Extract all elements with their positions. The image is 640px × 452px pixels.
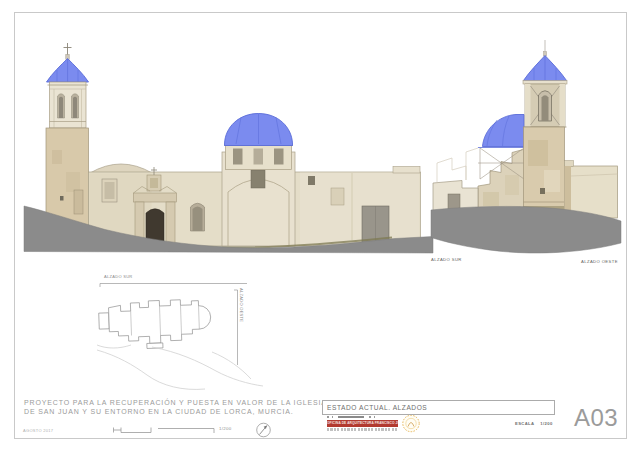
drawing-title: ESTADO ACTUAL. ALZADOS — [323, 404, 427, 411]
sheet-number: A03 — [570, 405, 622, 430]
college-seal-stamp — [403, 413, 419, 432]
site-contour-lines — [97, 345, 263, 389]
north-arrow-icon — [257, 423, 271, 437]
key-plan-south-label: ALZADO SUR — [104, 274, 133, 279]
west-elevation-label: ALZADO OESTE — [581, 259, 618, 264]
west-elevation-drawing — [431, 40, 621, 253]
drawing-sheet: ALZADO SUR ALZADO OESTE ALZADO SUR ALZAD… — [0, 0, 640, 452]
project-title-line-1: PROYECTO PARA LA RECUPERACIÓN Y PUESTA E… — [24, 399, 327, 406]
project-title-line-2: DE SAN JUAN Y SU ENTORNO EN LA CIUDAD DE… — [24, 408, 294, 415]
scale-note: ESCALA 1/200 — [515, 421, 553, 426]
elevation-drawings-canvas — [0, 0, 640, 452]
south-elevation-drawing — [24, 43, 433, 253]
west-bell-tower — [523, 40, 567, 220]
stamp-marks-row — [327, 415, 398, 419]
scale-bar — [114, 428, 215, 434]
scale-value: 1/200 — [540, 421, 552, 426]
stamp-fine-print — [327, 428, 398, 431]
key-plan-west-label: ALZADO OESTE — [239, 288, 244, 322]
south-elevation-label: ALZADO SUR — [431, 257, 462, 262]
church-floor-plan — [98, 299, 211, 350]
stamp-office-name: OFICINA DE ARQUITECTURA FRANCISCO JURADO — [327, 420, 398, 427]
drawing-title-box: ESTADO ACTUAL. ALZADOS — [322, 400, 555, 415]
partial-dome — [483, 115, 525, 147]
scale-bar-ratio: 1/200 — [219, 426, 232, 431]
south-bell-tower — [46, 43, 89, 240]
project-date: AGOSTO 2017 — [23, 428, 53, 433]
scale-label: ESCALA — [515, 421, 534, 426]
architect-office-stamp: OFICINA DE ARQUITECTURA FRANCISCO JURADO — [327, 415, 398, 431]
west-right-wall — [565, 161, 618, 219]
